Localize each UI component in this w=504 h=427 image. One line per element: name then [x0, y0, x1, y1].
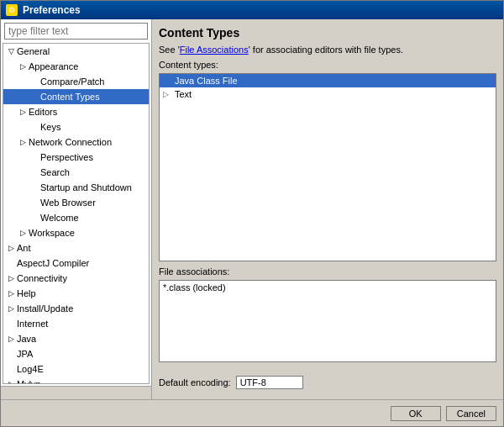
file-associations-link[interactable]: File Associations — [180, 45, 249, 55]
list-item-class-locked[interactable]: *.class (locked) — [160, 281, 496, 294]
expand-icon-keys — [29, 121, 40, 133]
preferences-window: ⚙ Preferences ▽ General ▷ Appeara — [0, 0, 504, 427]
expand-icon-ant[interactable]: ▷ — [5, 242, 17, 254]
tree-item-help[interactable]: ▷ Help — [3, 286, 149, 301]
tree-label-mylyn: Mylyn — [17, 379, 41, 384]
tree-item-connectivity[interactable]: ▷ Connectivity — [3, 271, 149, 286]
tree-item-search[interactable]: Search — [3, 165, 149, 180]
expand-icon-internet — [5, 318, 17, 329]
content-types-section: Content types: Java Class File ▷ Text — [159, 60, 496, 266]
tree-label-editors: Editors — [29, 107, 57, 117]
expand-icon-welcome — [29, 212, 40, 224]
expand-icon-editors[interactable]: ▷ — [17, 106, 29, 118]
tree-item-workspace[interactable]: ▷ Workspace — [3, 225, 149, 240]
text-label: Text — [175, 89, 192, 99]
expand-icon-appearance[interactable]: ▷ — [17, 61, 29, 72]
tree-item-network-connection[interactable]: ▷ Network Connection — [3, 134, 149, 150]
tree-label-welcome: Welcome — [40, 213, 79, 223]
tree-label-search: Search — [40, 167, 70, 177]
tree-item-welcome[interactable]: Welcome — [3, 210, 149, 225]
tree-label-ant: Ant — [17, 243, 31, 253]
expand-icon-aspectj — [5, 257, 17, 269]
default-encoding-label: Default encoding: — [159, 377, 231, 387]
bottom-bar: Default encoding: — [159, 372, 496, 393]
tree-item-startup-shutdown[interactable]: Startup and Shutdown — [3, 180, 149, 195]
right-panel: Content Types See 'File Associations' fo… — [152, 19, 503, 399]
expand-icon-jpa — [5, 348, 17, 360]
dialog-buttons: OK Cancel — [1, 399, 503, 426]
tree-label-java: Java — [17, 334, 36, 344]
tree-item-ant[interactable]: ▷ Ant — [3, 240, 149, 256]
window-title: Preferences — [23, 4, 81, 16]
tree-item-general[interactable]: ▽ General — [3, 44, 149, 59]
expand-icon-java[interactable]: ▷ — [5, 333, 17, 345]
expand-icon-install-update[interactable]: ▷ — [5, 303, 17, 314]
tree-label-compare-patch: Compare/Patch — [40, 76, 104, 87]
expand-icon-content-types — [29, 91, 40, 103]
tree-label-content-types: Content Types — [40, 92, 100, 102]
file-associations-section: File associations: *.class (locked) — [159, 266, 496, 367]
tree-label-jpa: JPA — [17, 349, 33, 359]
expand-icon-compare-patch — [29, 76, 40, 87]
tree-label-web-browser: Web Browser — [40, 198, 96, 208]
tree-label-startup-shutdown: Startup and Shutdown — [40, 182, 132, 192]
tree-horizontal-scrollbar[interactable] — [1, 386, 151, 399]
tree-item-compare-patch[interactable]: Compare/Patch — [3, 74, 149, 89]
tree-container[interactable]: ▽ General ▷ Appearance Compare/Patch — [3, 43, 150, 384]
expand-icon-startup-shutdown — [29, 182, 40, 193]
expand-icon-workspace[interactable]: ▷ — [17, 227, 29, 239]
default-encoding-input[interactable] — [236, 376, 303, 389]
expand-icon-mylyn[interactable]: ▷ — [5, 378, 17, 384]
tree-item-content-types[interactable]: Content Types — [3, 89, 149, 104]
list-item-text[interactable]: ▷ Text — [160, 87, 496, 101]
tree-item-web-browser[interactable]: Web Browser — [3, 195, 149, 210]
expand-icon-connectivity[interactable]: ▷ — [5, 272, 17, 284]
tree-label-perspectives: Perspectives — [40, 152, 93, 162]
expand-icon-web-browser — [29, 197, 40, 208]
java-class-file-label: Java Class File — [175, 76, 238, 86]
tree-item-perspectives[interactable]: Perspectives — [3, 150, 149, 165]
left-panel: ▽ General ▷ Appearance Compare/Patch — [1, 19, 152, 399]
tree-item-editors[interactable]: ▷ Editors — [3, 104, 149, 119]
ok-button[interactable]: OK — [391, 406, 441, 421]
class-locked-label: *.class (locked) — [163, 282, 226, 293]
tree-label-aspectj: AspectJ Compiler — [17, 258, 89, 268]
file-associations-list[interactable]: *.class (locked) — [159, 280, 496, 362]
tree-item-appearance[interactable]: ▷ Appearance — [3, 59, 149, 74]
tree-label-log4e: Log4E — [17, 364, 44, 374]
cancel-button[interactable]: Cancel — [446, 406, 496, 421]
tree-label-connectivity: Connectivity — [17, 273, 67, 283]
filter-input[interactable] — [4, 23, 148, 40]
expand-icon-help[interactable]: ▷ — [5, 287, 17, 299]
content-types-list[interactable]: Java Class File ▷ Text — [159, 73, 496, 261]
expand-icon-search — [29, 166, 40, 178]
list-item-java-class-file[interactable]: Java Class File — [160, 74, 496, 87]
tree-item-aspectj[interactable]: AspectJ Compiler — [3, 256, 149, 271]
expand-icon-network-connection[interactable]: ▷ — [17, 136, 29, 148]
tree-label-internet: Internet — [17, 319, 48, 329]
tree-label-keys: Keys — [40, 122, 60, 132]
expand-icon-general[interactable]: ▽ — [5, 45, 17, 57]
panel-title: Content Types — [159, 26, 496, 40]
tree-label-appearance: Appearance — [29, 61, 78, 71]
tree-item-install-update[interactable]: ▷ Install/Update — [3, 301, 149, 316]
description-prefix: See ' — [159, 45, 180, 55]
tree-item-internet[interactable]: Internet — [3, 316, 149, 331]
main-content: ▽ General ▷ Appearance Compare/Patch — [1, 19, 503, 399]
tree-label-workspace: Workspace — [29, 228, 75, 238]
tree-label-general: General — [17, 46, 50, 56]
tree-item-mylyn[interactable]: ▷ Mylyn — [3, 377, 149, 384]
tree-item-java[interactable]: ▷ Java — [3, 331, 149, 346]
tree-label-help: Help — [17, 288, 36, 298]
expand-text[interactable]: ▷ — [163, 90, 173, 98]
tree-item-log4e[interactable]: Log4E — [3, 361, 149, 377]
titlebar: ⚙ Preferences — [1, 1, 503, 19]
expand-icon-log4e — [5, 363, 17, 375]
window-icon: ⚙ — [6, 4, 18, 16]
file-associations-label: File associations: — [159, 266, 496, 277]
expand-icon-perspectives — [29, 151, 40, 163]
tree-item-jpa[interactable]: JPA — [3, 346, 149, 361]
tree-item-keys[interactable]: Keys — [3, 119, 149, 134]
tree-label-network-connection: Network Connection — [29, 137, 112, 147]
tree-label-install-update: Install/Update — [17, 303, 73, 314]
